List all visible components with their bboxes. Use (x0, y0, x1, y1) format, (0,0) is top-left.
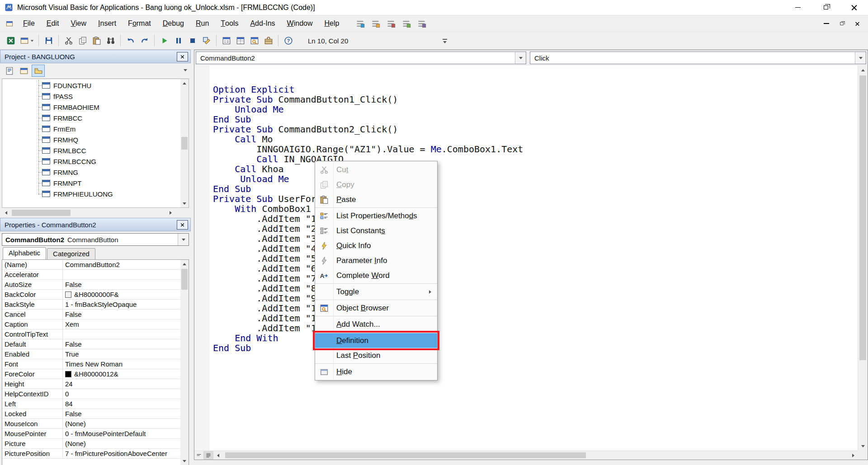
minimize-button[interactable] (784, 0, 812, 15)
context-menu-item-list-properties-methods[interactable]: List Properties/Methods (315, 208, 437, 223)
object-dropdown[interactable]: CommandButton2 (196, 52, 526, 64)
menu-window[interactable]: Window (281, 15, 319, 32)
scroll-left-button[interactable] (2, 209, 10, 217)
project-item-fdungthu[interactable]: FDUNGTHU (2, 80, 179, 91)
addin-button-1[interactable] (354, 18, 366, 30)
menu-edit[interactable]: Edit (41, 15, 65, 32)
design-mode-button[interactable] (199, 34, 213, 47)
scroll-down-button[interactable] (858, 442, 868, 451)
full-module-view-button[interactable] (204, 451, 213, 460)
project-toolbar-overflow-icon[interactable] (184, 69, 187, 71)
object-selector-dropdown[interactable]: CommandButton2 CommandButton (2, 233, 189, 246)
property-row-left[interactable]: Left84 (2, 399, 180, 409)
project-explorer-button[interactable] (219, 34, 233, 47)
menu-debug[interactable]: Debug (157, 15, 190, 32)
toolbox-button[interactable] (261, 34, 275, 47)
scroll-up-button[interactable] (858, 66, 868, 75)
scroll-right-button[interactable] (166, 209, 175, 217)
addin-button-2[interactable] (369, 18, 382, 30)
copy-button[interactable] (75, 34, 90, 47)
addin-button-4[interactable] (400, 18, 412, 30)
dropdown-arrow-icon[interactable] (178, 234, 189, 245)
view-microsoft-excel-button[interactable] (4, 34, 18, 47)
scroll-up-button[interactable] (180, 79, 189, 87)
undo-button[interactable] (123, 34, 137, 47)
cut-button[interactable] (61, 34, 75, 47)
menu-file[interactable]: File (17, 15, 41, 32)
context-menu-item-list-constants[interactable]: List Constants (315, 223, 437, 238)
save-button[interactable] (42, 34, 56, 47)
property-row-picture[interactable]: Picture(None) (2, 439, 180, 449)
insert-userform-button[interactable] (18, 34, 36, 47)
close-button[interactable] (840, 0, 868, 15)
property-row-pictureposition[interactable]: PicturePosition7 - fmPicturePositionAbov… (2, 449, 180, 459)
redo-button[interactable] (137, 34, 151, 47)
property-row-accelerator[interactable]: Accelerator (2, 270, 180, 280)
scrollbar-thumb[interactable] (225, 452, 586, 458)
view-code-button[interactable] (3, 65, 16, 77)
dropdown-arrow-icon[interactable] (515, 52, 526, 64)
toggle-folders-button[interactable] (32, 65, 45, 77)
context-menu-item-toggle[interactable]: Toggle (315, 284, 437, 299)
addin-button-5[interactable] (415, 18, 428, 30)
property-row-forecolor[interactable]: ForeColor&H80000012& (2, 369, 180, 379)
project-item-frmem[interactable]: FrmEm (2, 123, 179, 134)
context-menu-item-paste[interactable]: Paste (315, 192, 437, 207)
property-row-name[interactable]: (Name)CommandButton2 (2, 260, 180, 270)
scroll-right-button[interactable] (849, 451, 858, 460)
property-row-caption[interactable]: CaptionXem (2, 319, 180, 329)
project-item-frmbcc[interactable]: FRMBCC (2, 113, 179, 123)
project-item-frmphieuluong[interactable]: FRMPHIEULUONG (2, 188, 179, 199)
object-browser-button[interactable] (247, 34, 261, 47)
addin-button-3[interactable] (385, 18, 397, 30)
properties-window-button[interactable] (233, 34, 247, 47)
scrollbar-thumb[interactable] (12, 210, 71, 216)
child-close-button[interactable] (851, 19, 863, 28)
restore-button[interactable] (812, 0, 840, 15)
property-row-mousepointer[interactable]: MousePointer0 - fmMousePointerDefault (2, 429, 180, 439)
project-item-frmhq[interactable]: FRMHQ (2, 134, 179, 145)
project-item-frmng[interactable]: FRMNG (2, 167, 179, 178)
property-row-autosize[interactable]: AutoSizeFalse (2, 280, 180, 290)
scrollbar-thumb[interactable] (859, 75, 866, 360)
property-row-cancel[interactable]: CancelFalse (2, 310, 180, 319)
project-item-frmlbcc[interactable]: FRMLBCC (2, 145, 179, 156)
view-object-button[interactable] (17, 65, 30, 77)
menu-help[interactable]: Help (319, 15, 345, 32)
property-row-mouseicon[interactable]: MouseIcon(None) (2, 419, 180, 429)
help-button[interactable]: ? (281, 34, 295, 47)
property-row-font[interactable]: FontTimes New Roman (2, 359, 180, 369)
dropdown-arrow-icon[interactable] (855, 52, 866, 64)
menu-view[interactable]: View (65, 15, 92, 32)
find-button[interactable] (104, 34, 118, 47)
scroll-up-button[interactable] (180, 260, 189, 268)
run-button[interactable] (157, 34, 171, 47)
tab-categorized[interactable]: Categorized (47, 248, 95, 259)
break-button[interactable] (171, 34, 185, 47)
context-menu-item-complete-word[interactable]: AComplete Word (315, 268, 437, 283)
code-editor[interactable]: Option ExplicitPrivate Sub CommandButton… (194, 66, 868, 451)
context-menu-item-parameter-info[interactable]: Parameter Info (315, 253, 437, 268)
property-row-backcolor[interactable]: BackColor&H8000000F& (2, 290, 180, 300)
property-row-default[interactable]: DefaultFalse (2, 339, 180, 349)
project-item-frmbaohiem[interactable]: FRMBAOHIEM (2, 102, 179, 113)
project-item-frmlbccng[interactable]: FRMLBCCNG (2, 156, 179, 167)
menu-insert[interactable]: Insert (92, 15, 122, 32)
menu-run[interactable]: Run (190, 15, 215, 32)
project-tree[interactable]: FDUNGTHUfPASSFRMBAOHIEMFRMBCCFrmEmFRMHQF… (2, 79, 189, 208)
menu-tools[interactable]: Tools (215, 15, 244, 32)
scrollbar-thumb[interactable] (181, 137, 188, 150)
property-row-controltiptext[interactable]: ControlTipText (2, 329, 180, 339)
toolbar-options-button[interactable] (441, 34, 449, 48)
menu-add-ins[interactable]: Add-Ins (244, 15, 281, 32)
project-item-frmnpt[interactable]: FRMNPT (2, 178, 179, 188)
property-row-locked[interactable]: LockedFalse (2, 409, 180, 419)
property-row-enabled[interactable]: EnabledTrue (2, 349, 180, 359)
tab-alphabetic[interactable]: Alphabetic (3, 247, 46, 259)
scrollbar-thumb[interactable] (181, 269, 188, 290)
procedure-view-button[interactable] (194, 451, 204, 460)
project-item-fpass[interactable]: fPASS (2, 91, 179, 102)
reset-button[interactable] (185, 34, 199, 47)
child-restore-button[interactable] (835, 19, 848, 28)
context-menu-item-object-browser[interactable]: Object Browser (315, 301, 437, 315)
